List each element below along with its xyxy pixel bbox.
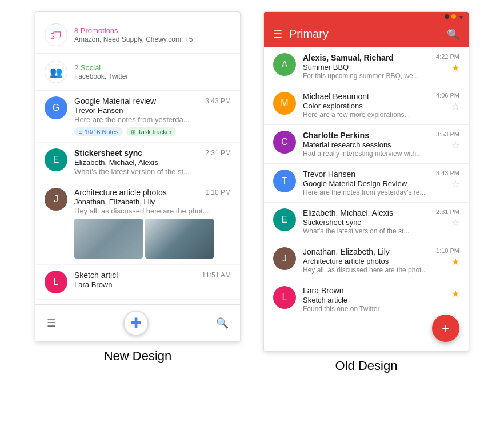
star-icon[interactable]: ☆ (451, 101, 459, 112)
social-icon: 👥 (45, 61, 67, 83)
old-design-phone: ▼ ☰ Primary 🔍 A Alexis, Samual, Richard … (263, 11, 469, 352)
old-email-right: ★ (451, 286, 459, 299)
old-email-sender: Charlotte Perkins (303, 131, 429, 140)
star-icon[interactable]: ★ (451, 62, 459, 73)
plus-icon: + (442, 320, 450, 336)
email-preview: Here are the notes from yesterda... (74, 115, 231, 124)
compose-fab-new[interactable]: ✚ (123, 311, 149, 336)
old-email-body: Lara Brown Sketch article Found this one… (303, 286, 445, 313)
email-subject: Lara Brown (74, 280, 231, 289)
old-email-preview: Found this one on Twitter (303, 305, 445, 313)
old-email-item-charlotte[interactable]: C Charlotte Perkins Material research se… (264, 125, 469, 164)
search-icon[interactable]: 🔍 (447, 28, 459, 41)
old-email-body: Charlotte Perkins Material research sess… (303, 131, 429, 158)
old-email-preview: Here are a few more explorations... (303, 111, 429, 119)
old-email-subject: Material research sessions (303, 140, 429, 149)
avatar: A (273, 53, 296, 76)
photo-thumb-1 (74, 219, 143, 259)
old-email-subject: Color explorations (303, 102, 429, 110)
avatar: T (273, 170, 296, 192)
status-dot-2 (451, 14, 456, 19)
old-email-preview: Hey all, as discussed here are the phot.… (303, 266, 429, 274)
email-time: 4:06 PM (436, 92, 459, 99)
star-icon[interactable]: ★ (451, 256, 459, 267)
hamburger-icon[interactable]: ☰ (47, 317, 56, 329)
compose-fab-old[interactable]: + (432, 315, 459, 342)
old-email-preview: Here are the notes from yesterday's re..… (303, 188, 429, 196)
old-email-sender: Jonathan, Elizabeth, Lily (303, 247, 429, 256)
old-email-body: Jonathan, Elizabeth, Lily Architecture a… (303, 247, 429, 274)
new-design-label: New Design (104, 349, 172, 364)
old-header: ☰ Primary 🔍 (264, 21, 469, 47)
designs-container: 🏷 8 Promotions Amazon, Need Supply, Chew… (35, 11, 469, 373)
email-item-google-material[interactable]: G Google Material review 3:43 PM Trevor … (35, 91, 240, 143)
star-icon[interactable]: ☆ (451, 217, 459, 228)
promotions-icon: 🏷 (45, 23, 67, 46)
star-icon[interactable]: ☆ (451, 179, 459, 190)
email-body: Sketch articl 11:51 AM Lara Brown (74, 271, 231, 289)
email-subject: Jonathan, Elizabeth, Lily (74, 198, 231, 206)
building-photo-1 (74, 219, 143, 259)
email-item-stickersheet[interactable]: E Stickersheet sync 2:31 PM Elizabeth, M… (35, 143, 240, 182)
search-icon[interactable]: 🔍 (216, 317, 229, 329)
old-email-body: Elizabeth, Michael, Alexis Stickersheet … (303, 208, 429, 235)
email-sender: Architecture article photos (74, 188, 167, 197)
email-time: 2:31 PM (436, 208, 459, 215)
social-count: 2 Social (74, 63, 231, 72)
avatar: G (45, 96, 67, 119)
email-time: 3:43 PM (436, 170, 459, 176)
old-email-right: 2:31 PM ☆ (436, 208, 459, 228)
new-design-phone: 🏷 8 Promotions Amazon, Need Supply, Chew… (35, 11, 241, 342)
email-time: 4:22 PM (436, 53, 459, 60)
email-time: 11:51 AM (202, 271, 231, 279)
new-design-wrapper: 🏷 8 Promotions Amazon, Need Supply, Chew… (35, 11, 241, 364)
email-sender: Sketch articl (74, 271, 118, 280)
old-email-item-trevor[interactable]: T Trevor Hansen Google Material Design R… (264, 164, 469, 203)
old-email-right: 4:06 PM ☆ (436, 92, 459, 112)
photo-thumb-2 (145, 219, 214, 259)
old-email-item-elizabeth[interactable]: E Elizabeth, Michael, Alexis Stickershee… (264, 203, 469, 241)
email-preview: What's the latest version of the st... (74, 167, 231, 176)
old-email-item-jonathan[interactable]: J Jonathan, Elizabeth, Lily Architecture… (264, 241, 469, 280)
new-design-content: 🏷 8 Promotions Amazon, Need Supply, Chew… (35, 12, 240, 304)
old-email-body: Michael Beaumont Color explorations Here… (303, 92, 429, 119)
email-item-architecture[interactable]: J Architecture article photos 1:10 PM Jo… (35, 182, 240, 265)
email-photos (74, 219, 231, 259)
avatar: L (45, 271, 67, 293)
star-icon[interactable]: ☆ (451, 140, 459, 151)
email-body: Google Material review 3:43 PM Trevor Ha… (74, 96, 231, 136)
email-time: 1:10 PM (436, 247, 459, 254)
old-email-item-lara[interactable]: L Lara Brown Sketch article Found this o… (264, 280, 469, 319)
email-time: 3:43 PM (205, 97, 231, 105)
old-email-right: 3:43 PM ☆ (436, 170, 459, 190)
email-header: Stickersheet sync 2:31 PM (74, 148, 231, 158)
hamburger-icon[interactable]: ☰ (273, 28, 282, 41)
old-email-item-michael[interactable]: M Michael Beaumont Color explorations He… (264, 86, 469, 125)
social-row[interactable]: 👥 2 Social Facebook, Twitter (35, 54, 240, 91)
star-icon[interactable]: ★ (451, 288, 459, 299)
promotions-text: 8 Promotions Amazon, Need Supply, Chewy.… (74, 26, 231, 43)
old-email-right: 4:22 PM ★ (436, 53, 459, 73)
email-header: Architecture article photos 1:10 PM (74, 188, 231, 197)
old-email-sender: Lara Brown (303, 286, 445, 295)
chip-task-tracker: ⊞ Task tracker (126, 127, 176, 136)
old-email-subject: Summer BBQ (303, 63, 429, 71)
email-header: Google Material review 3:43 PM (74, 96, 231, 106)
email-time: 2:31 PM (205, 149, 231, 157)
old-email-sender: Michael Beaumont (303, 92, 429, 101)
old-email-preview: What's the latest version of the st... (303, 227, 429, 235)
old-email-subject: Architecture article photos (303, 257, 429, 265)
email-sender: Google Material review (74, 96, 156, 106)
old-email-subject: Stickersheet sync (303, 218, 429, 227)
old-email-preview: Had a really interesting interview with.… (303, 150, 429, 158)
task-icon: ⊞ (131, 129, 135, 135)
old-design-label: Old Design (335, 358, 398, 373)
old-email-sender: Alexis, Samual, Richard (303, 53, 429, 62)
promotions-row[interactable]: 🏷 8 Promotions Amazon, Need Supply, Chew… (35, 17, 240, 54)
email-item-sketch[interactable]: L Sketch articl 11:51 AM Lara Brown (35, 265, 240, 300)
email-header: Sketch articl 11:51 AM (74, 271, 231, 280)
old-email-preview: For this upcoming summer BBQ, we... (303, 72, 429, 80)
email-body: Stickersheet sync 2:31 PM Elizabeth, Mic… (74, 148, 231, 176)
avatar: L (273, 286, 296, 309)
old-email-item-alexis[interactable]: A Alexis, Samual, Richard Summer BBQ For… (264, 47, 469, 86)
